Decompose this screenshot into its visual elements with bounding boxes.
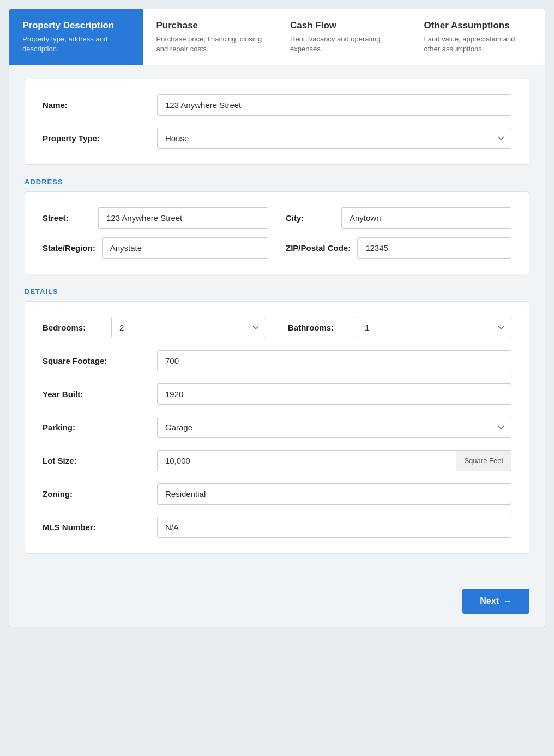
lot-size-wrapper: Square Feet — [157, 450, 511, 471]
mls-label: MLS Number: — [43, 523, 157, 532]
zip-field: ZIP/Postal Code: — [286, 237, 511, 259]
tab-property-description[interactable]: Property Description Property type, addr… — [9, 9, 143, 65]
address-card: Street: City: State/Region: ZIP/Postal C… — [25, 191, 529, 274]
lot-size-label: Lot Size: — [43, 456, 157, 465]
street-field: Street: — [43, 207, 268, 229]
bathrooms-label: Bathrooms: — [288, 323, 348, 332]
name-row: Name: — [43, 94, 511, 116]
parking-select[interactable]: None Street Garage Carport — [157, 417, 511, 438]
page-content: Name: Property Type: House Condo Duplex … — [9, 65, 545, 580]
city-input[interactable] — [341, 207, 511, 229]
city-label: City: — [286, 213, 335, 223]
lot-size-unit-button[interactable]: Square Feet — [456, 451, 511, 471]
name-label: Name: — [43, 100, 157, 110]
footer: Next → — [9, 580, 545, 627]
bathrooms-field: Bathrooms: 1 1.5 2 2.5 3 3.5 4+ — [288, 317, 511, 338]
square-footage-label: Square Footage: — [43, 356, 157, 365]
mls-input[interactable] — [157, 517, 511, 538]
tab-cash-flow-subtitle: Rent, vacancy and operating expenses. — [290, 34, 398, 54]
name-input[interactable] — [157, 94, 511, 116]
year-built-input[interactable] — [157, 383, 511, 405]
tab-purchase-subtitle: Purchase price, financing, closing and r… — [156, 34, 264, 54]
property-type-row: Property Type: House Condo Duplex Multi-… — [43, 128, 511, 149]
address-section-heading: ADDRESS — [25, 178, 529, 186]
parking-label: Parking: — [43, 423, 157, 432]
state-field: State/Region: — [43, 237, 268, 259]
property-type-select[interactable]: House Condo Duplex Multi-Family Commerci… — [157, 128, 511, 149]
zip-input[interactable] — [357, 237, 511, 259]
zoning-input[interactable] — [157, 483, 511, 505]
zoning-label: Zoning: — [43, 489, 157, 499]
street-input[interactable] — [98, 207, 268, 229]
next-button[interactable]: Next → — [462, 589, 529, 614]
bedrooms-bathrooms-row: Bedrooms: 1 2 3 4 5 6+ Bathrooms: 1 1.5 — [43, 317, 511, 338]
tab-purchase[interactable]: Purchase Purchase price, financing, clos… — [143, 9, 278, 65]
state-input[interactable] — [102, 237, 268, 259]
year-built-row: Year Built: — [43, 383, 511, 405]
next-button-label: Next — [480, 596, 499, 606]
bedrooms-field: Bedrooms: 1 2 3 4 5 6+ — [43, 317, 266, 338]
parking-row: Parking: None Street Garage Carport — [43, 417, 511, 438]
tab-cash-flow[interactable]: Cash Flow Rent, vacancy and operating ex… — [277, 9, 411, 65]
square-footage-input[interactable] — [157, 350, 511, 371]
tab-other-assumptions-subtitle: Land value, appreciation and other assum… — [424, 34, 532, 54]
basic-info-card: Name: Property Type: House Condo Duplex … — [25, 79, 529, 165]
state-label: State/Region: — [43, 243, 95, 253]
lot-size-row: Lot Size: Square Feet — [43, 450, 511, 471]
next-arrow-icon: → — [503, 596, 512, 606]
property-type-label: Property Type: — [43, 134, 157, 143]
tab-cash-flow-title: Cash Flow — [290, 20, 398, 31]
details-section-heading: DETAILS — [25, 287, 529, 296]
tab-other-assumptions-title: Other Assumptions — [424, 20, 532, 31]
square-footage-row: Square Footage: — [43, 350, 511, 371]
zoning-row: Zoning: — [43, 483, 511, 505]
app-container: Property Description Property type, addr… — [9, 9, 545, 627]
details-card: Bedrooms: 1 2 3 4 5 6+ Bathrooms: 1 1.5 — [25, 301, 529, 554]
lot-size-input[interactable] — [158, 451, 456, 471]
bedrooms-select[interactable]: 1 2 3 4 5 6+ — [111, 317, 266, 338]
street-label: Street: — [43, 213, 92, 223]
bedrooms-label: Bedrooms: — [43, 323, 103, 332]
tab-property-description-title: Property Description — [22, 20, 130, 31]
tab-navigation: Property Description Property type, addr… — [9, 9, 545, 65]
address-grid: Street: City: State/Region: ZIP/Postal C… — [43, 207, 511, 259]
mls-row: MLS Number: — [43, 517, 511, 538]
bathrooms-select[interactable]: 1 1.5 2 2.5 3 3.5 4+ — [357, 317, 511, 338]
zip-label: ZIP/Postal Code: — [286, 243, 351, 253]
tab-purchase-title: Purchase — [156, 20, 264, 31]
tab-other-assumptions[interactable]: Other Assumptions Land value, appreciati… — [411, 9, 545, 65]
city-field: City: — [286, 207, 511, 229]
tab-property-description-subtitle: Property type, address and description. — [22, 34, 130, 54]
year-built-label: Year Built: — [43, 389, 157, 399]
